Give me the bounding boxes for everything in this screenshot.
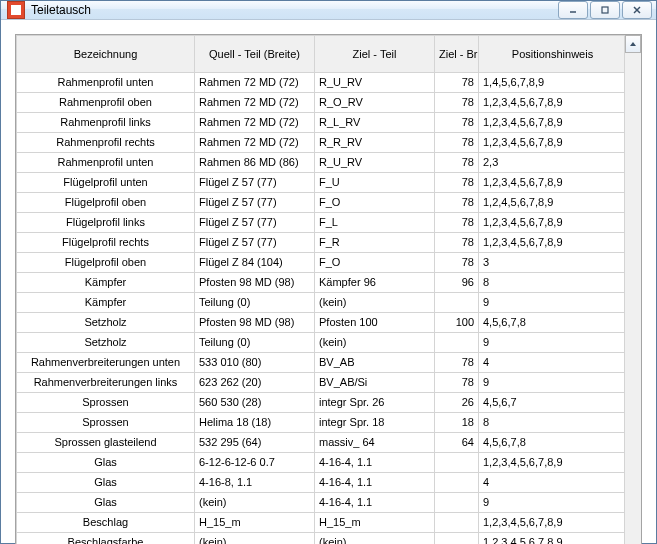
table-row[interactable]: Rahmenverbreiterungen links623 262 (20)B… — [17, 373, 625, 393]
table-row[interactable]: Rahmenverbreiterungen unten533 010 (80)B… — [17, 353, 625, 373]
cell-ziel-teil[interactable]: F_O — [315, 193, 435, 213]
cell-positionshinweis[interactable]: 1,2,4,5,6,7,8,9 — [479, 193, 625, 213]
table-row[interactable]: KämpferTeilung (0)(kein)9 — [17, 293, 625, 313]
cell-ziel-teil[interactable]: integr Spr. 26 — [315, 393, 435, 413]
cell-ziel-breite[interactable] — [435, 453, 479, 473]
cell-ziel-breite[interactable]: 78 — [435, 113, 479, 133]
cell-bezeichnung[interactable]: Sprossen glasteilend — [17, 433, 195, 453]
table-row[interactable]: Flügelprofil untenFlügel Z 57 (77)F_U781… — [17, 173, 625, 193]
cell-ziel-breite[interactable] — [435, 533, 479, 545]
cell-positionshinweis[interactable]: 1,2,3,4,5,6,7,8,9 — [479, 213, 625, 233]
cell-positionshinweis[interactable]: 1,2,3,4,5,6,7,8,9 — [479, 453, 625, 473]
cell-quell-teil[interactable]: 533 010 (80) — [195, 353, 315, 373]
cell-ziel-breite[interactable]: 96 — [435, 273, 479, 293]
cell-bezeichnung[interactable]: Glas — [17, 493, 195, 513]
cell-bezeichnung[interactable]: Rahmenverbreiterungen links — [17, 373, 195, 393]
scroll-up-button[interactable] — [625, 35, 641, 53]
cell-ziel-teil[interactable]: 4-16-4, 1.1 — [315, 493, 435, 513]
cell-bezeichnung[interactable]: Rahmenprofil rechts — [17, 133, 195, 153]
cell-ziel-breite[interactable]: 78 — [435, 193, 479, 213]
cell-ziel-teil[interactable]: F_O — [315, 253, 435, 273]
table-row[interactable]: Flügelprofil rechtsFlügel Z 57 (77)F_R78… — [17, 233, 625, 253]
cell-bezeichnung[interactable]: Rahmenprofil unten — [17, 73, 195, 93]
table-row[interactable]: Rahmenprofil obenRahmen 72 MD (72)R_O_RV… — [17, 93, 625, 113]
cell-positionshinweis[interactable]: 9 — [479, 373, 625, 393]
cell-ziel-breite[interactable]: 78 — [435, 93, 479, 113]
cell-bezeichnung[interactable]: Sprossen — [17, 413, 195, 433]
cell-quell-teil[interactable]: Rahmen 86 MD (86) — [195, 153, 315, 173]
table-row[interactable]: Flügelprofil obenFlügel Z 84 (104)F_O783 — [17, 253, 625, 273]
cell-bezeichnung[interactable]: Glas — [17, 473, 195, 493]
table-row[interactable]: Beschlagsfarbe(kein)(kein)1,2,3,4,5,6,7,… — [17, 533, 625, 545]
cell-quell-teil[interactable]: 532 295 (64) — [195, 433, 315, 453]
cell-positionshinweis[interactable]: 9 — [479, 293, 625, 313]
cell-positionshinweis[interactable]: 4,5,6,7 — [479, 393, 625, 413]
data-grid[interactable]: Bezeichnung Quell - Teil (Breite) Ziel -… — [16, 35, 624, 544]
cell-quell-teil[interactable]: 560 530 (28) — [195, 393, 315, 413]
cell-ziel-teil[interactable]: R_U_RV — [315, 153, 435, 173]
col-header-ziel-teil[interactable]: Ziel - Teil — [315, 36, 435, 73]
table-row[interactable]: SetzholzTeilung (0)(kein)9 — [17, 333, 625, 353]
cell-ziel-breite[interactable]: 78 — [435, 253, 479, 273]
table-row[interactable]: Rahmenprofil rechtsRahmen 72 MD (72)R_R_… — [17, 133, 625, 153]
cell-quell-teil[interactable]: Flügel Z 57 (77) — [195, 173, 315, 193]
table-row[interactable]: Rahmenprofil untenRahmen 86 MD (86)R_U_R… — [17, 153, 625, 173]
cell-bezeichnung[interactable]: Kämpfer — [17, 273, 195, 293]
table-row[interactable]: Flügelprofil linksFlügel Z 57 (77)F_L781… — [17, 213, 625, 233]
cell-ziel-breite[interactable]: 78 — [435, 353, 479, 373]
cell-ziel-teil[interactable]: H_15_m — [315, 513, 435, 533]
cell-ziel-breite[interactable]: 64 — [435, 433, 479, 453]
cell-bezeichnung[interactable]: Setzholz — [17, 333, 195, 353]
cell-ziel-teil[interactable]: F_U — [315, 173, 435, 193]
cell-bezeichnung[interactable]: Flügelprofil oben — [17, 253, 195, 273]
cell-ziel-breite[interactable] — [435, 293, 479, 313]
cell-quell-teil[interactable]: Helima 18 (18) — [195, 413, 315, 433]
table-row[interactable]: SetzholzPfosten 98 MD (98)Pfosten 100100… — [17, 313, 625, 333]
cell-bezeichnung[interactable]: Flügelprofil oben — [17, 193, 195, 213]
cell-positionshinweis[interactable]: 1,2,3,4,5,6,7,8,9 — [479, 113, 625, 133]
cell-ziel-breite[interactable]: 78 — [435, 73, 479, 93]
cell-positionshinweis[interactable]: 4 — [479, 353, 625, 373]
cell-positionshinweis[interactable]: 1,2,3,4,5,6,7,8,9 — [479, 93, 625, 113]
cell-ziel-teil[interactable]: Kämpfer 96 — [315, 273, 435, 293]
cell-ziel-breite[interactable]: 78 — [435, 233, 479, 253]
cell-ziel-teil[interactable]: integr Spr. 18 — [315, 413, 435, 433]
cell-ziel-breite[interactable]: 78 — [435, 133, 479, 153]
cell-positionshinweis[interactable]: 8 — [479, 273, 625, 293]
minimize-button[interactable] — [558, 1, 588, 19]
close-button[interactable] — [622, 1, 652, 19]
cell-quell-teil[interactable]: Flügel Z 57 (77) — [195, 233, 315, 253]
cell-ziel-teil[interactable]: Pfosten 100 — [315, 313, 435, 333]
cell-ziel-breite[interactable] — [435, 493, 479, 513]
cell-ziel-breite[interactable] — [435, 473, 479, 493]
cell-quell-teil[interactable]: Rahmen 72 MD (72) — [195, 133, 315, 153]
table-row[interactable]: BeschlagH_15_mH_15_m1,2,3,4,5,6,7,8,9 — [17, 513, 625, 533]
cell-bezeichnung[interactable]: Flügelprofil unten — [17, 173, 195, 193]
cell-quell-teil[interactable]: Flügel Z 57 (77) — [195, 193, 315, 213]
cell-bezeichnung[interactable]: Rahmenverbreiterungen unten — [17, 353, 195, 373]
table-row[interactable]: Rahmenprofil untenRahmen 72 MD (72)R_U_R… — [17, 73, 625, 93]
cell-ziel-teil[interactable]: BV_AB — [315, 353, 435, 373]
cell-quell-teil[interactable]: 4-16-8, 1.1 — [195, 473, 315, 493]
cell-quell-teil[interactable]: Rahmen 72 MD (72) — [195, 113, 315, 133]
cell-positionshinweis[interactable]: 9 — [479, 493, 625, 513]
table-row[interactable]: Glas6-12-6-12-6 0.74-16-4, 1.11,2,3,4,5,… — [17, 453, 625, 473]
cell-bezeichnung[interactable]: Rahmenprofil unten — [17, 153, 195, 173]
cell-positionshinweis[interactable]: 1,2,3,4,5,6,7,8,9 — [479, 133, 625, 153]
table-row[interactable]: KämpferPfosten 98 MD (98) Kämpfer 96968 — [17, 273, 625, 293]
cell-ziel-breite[interactable]: 78 — [435, 153, 479, 173]
vertical-scrollbar[interactable] — [624, 35, 641, 544]
col-header-ziel-breite[interactable]: Ziel - Breite — [435, 36, 479, 73]
cell-quell-teil[interactable]: Pfosten 98 MD (98) — [195, 313, 315, 333]
cell-quell-teil[interactable]: Flügel Z 57 (77) — [195, 213, 315, 233]
cell-bezeichnung[interactable]: Rahmenprofil links — [17, 113, 195, 133]
cell-quell-teil[interactable]: Rahmen 72 MD (72) — [195, 73, 315, 93]
cell-bezeichnung[interactable]: Rahmenprofil oben — [17, 93, 195, 113]
cell-ziel-breite[interactable] — [435, 333, 479, 353]
cell-quell-teil[interactable]: 623 262 (20) — [195, 373, 315, 393]
cell-ziel-breite[interactable]: 78 — [435, 213, 479, 233]
cell-positionshinweis[interactable]: 9 — [479, 333, 625, 353]
cell-ziel-teil[interactable]: massiv_ 64 — [315, 433, 435, 453]
cell-ziel-breite[interactable]: 100 — [435, 313, 479, 333]
table-row[interactable]: Glas(kein)4-16-4, 1.19 — [17, 493, 625, 513]
